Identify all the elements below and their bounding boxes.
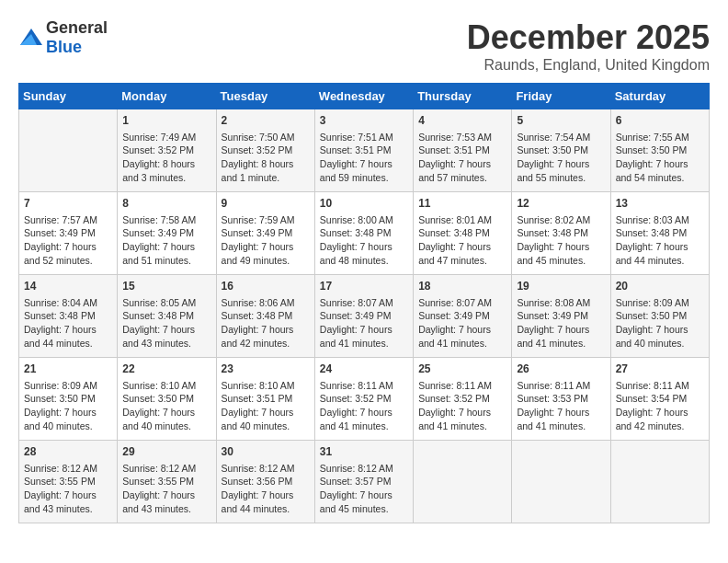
cell-info: Sunrise: 8:07 AM Sunset: 3:49 PM Dayligh… — [320, 296, 408, 350]
day-number: 15 — [122, 279, 210, 294]
calendar-cell: 30Sunrise: 8:12 AM Sunset: 3:56 PM Dayli… — [216, 441, 314, 523]
calendar-cell: 3Sunrise: 7:51 AM Sunset: 3:51 PM Daylig… — [314, 109, 413, 192]
cell-info: Sunrise: 8:11 AM Sunset: 3:53 PM Dayligh… — [517, 379, 605, 433]
calendar-cell: 18Sunrise: 8:07 AM Sunset: 3:49 PM Dayli… — [414, 275, 512, 358]
cell-info: Sunrise: 8:07 AM Sunset: 3:49 PM Dayligh… — [418, 296, 506, 350]
calendar-cell: 19Sunrise: 8:08 AM Sunset: 3:49 PM Dayli… — [512, 275, 610, 358]
calendar-cell: 10Sunrise: 8:00 AM Sunset: 3:48 PM Dayli… — [314, 192, 413, 275]
column-header-sunday: Sunday — [19, 84, 118, 109]
page-header: General Blue December 2025 Raunds, Engla… — [18, 18, 710, 74]
cell-info: Sunrise: 8:12 AM Sunset: 3:55 PM Dayligh… — [24, 462, 112, 516]
cell-info: Sunrise: 8:09 AM Sunset: 3:50 PM Dayligh… — [24, 379, 112, 433]
cell-info: Sunrise: 8:12 AM Sunset: 3:57 PM Dayligh… — [320, 462, 408, 516]
location-title: Raunds, England, United Kingdom — [467, 57, 710, 74]
day-number: 12 — [517, 196, 605, 212]
calendar-cell: 24Sunrise: 8:11 AM Sunset: 3:52 PM Dayli… — [314, 358, 413, 441]
calendar-cell: 25Sunrise: 8:11 AM Sunset: 3:52 PM Dayli… — [414, 358, 512, 441]
cell-info: Sunrise: 8:11 AM Sunset: 3:52 PM Dayligh… — [418, 379, 506, 433]
calendar-cell: 22Sunrise: 8:10 AM Sunset: 3:50 PM Dayli… — [118, 358, 216, 441]
calendar-cell: 5Sunrise: 7:54 AM Sunset: 3:50 PM Daylig… — [512, 109, 610, 192]
cell-info: Sunrise: 8:00 AM Sunset: 3:48 PM Dayligh… — [320, 213, 408, 268]
cell-info: Sunrise: 8:03 AM Sunset: 3:48 PM Dayligh… — [616, 213, 704, 268]
calendar-cell: 15Sunrise: 8:05 AM Sunset: 3:48 PM Dayli… — [118, 275, 216, 358]
cell-info: Sunrise: 8:06 AM Sunset: 3:48 PM Dayligh… — [222, 296, 310, 350]
day-number: 4 — [418, 113, 506, 129]
day-number: 16 — [222, 279, 310, 294]
cell-info: Sunrise: 7:58 AM Sunset: 3:49 PM Dayligh… — [122, 213, 210, 268]
calendar-cell: 27Sunrise: 8:11 AM Sunset: 3:54 PM Dayli… — [610, 358, 709, 441]
day-number: 23 — [222, 362, 310, 377]
calendar-week-3: 14Sunrise: 8:04 AM Sunset: 3:48 PM Dayli… — [19, 275, 710, 358]
day-number: 17 — [320, 279, 408, 294]
month-title: December 2025 — [467, 18, 710, 57]
calendar-cell: 9Sunrise: 7:59 AM Sunset: 3:49 PM Daylig… — [216, 192, 314, 275]
calendar-cell: 21Sunrise: 8:09 AM Sunset: 3:50 PM Dayli… — [19, 358, 118, 441]
cell-info: Sunrise: 7:59 AM Sunset: 3:49 PM Dayligh… — [222, 213, 310, 268]
day-number: 20 — [616, 279, 704, 294]
calendar-week-1: 1Sunrise: 7:49 AM Sunset: 3:52 PM Daylig… — [19, 109, 710, 192]
calendar-cell: 14Sunrise: 8:04 AM Sunset: 3:48 PM Dayli… — [19, 275, 118, 358]
day-number: 18 — [418, 279, 506, 294]
column-header-friday: Friday — [512, 84, 610, 109]
day-number: 8 — [122, 196, 210, 212]
logo-blue-text: Blue — [46, 38, 82, 56]
calendar-week-5: 28Sunrise: 8:12 AM Sunset: 3:55 PM Dayli… — [19, 441, 710, 523]
calendar-header-row: SundayMondayTuesdayWednesdayThursdayFrid… — [19, 84, 710, 109]
cell-info: Sunrise: 8:02 AM Sunset: 3:48 PM Dayligh… — [517, 213, 605, 268]
day-number: 26 — [517, 362, 605, 377]
cell-info: Sunrise: 8:11 AM Sunset: 3:52 PM Dayligh… — [320, 379, 408, 433]
cell-info: Sunrise: 8:12 AM Sunset: 3:55 PM Dayligh… — [122, 462, 210, 516]
day-number: 25 — [418, 362, 506, 377]
day-number: 2 — [222, 113, 310, 129]
calendar-cell: 26Sunrise: 8:11 AM Sunset: 3:53 PM Dayli… — [512, 358, 610, 441]
day-number: 14 — [24, 279, 112, 294]
calendar-cell: 23Sunrise: 8:10 AM Sunset: 3:51 PM Dayli… — [216, 358, 314, 441]
calendar-cell: 11Sunrise: 8:01 AM Sunset: 3:48 PM Dayli… — [414, 192, 512, 275]
column-header-tuesday: Tuesday — [216, 84, 314, 109]
column-header-thursday: Thursday — [414, 84, 512, 109]
calendar-cell — [19, 109, 118, 192]
column-header-monday: Monday — [118, 84, 216, 109]
day-number: 27 — [616, 362, 704, 377]
calendar-cell: 13Sunrise: 8:03 AM Sunset: 3:48 PM Dayli… — [610, 192, 709, 275]
day-number: 21 — [24, 362, 112, 377]
day-number: 22 — [122, 362, 210, 377]
day-number: 3 — [320, 113, 408, 129]
cell-info: Sunrise: 8:11 AM Sunset: 3:54 PM Dayligh… — [616, 379, 704, 433]
day-number: 5 — [517, 113, 605, 129]
day-number: 9 — [222, 196, 310, 212]
cell-info: Sunrise: 8:04 AM Sunset: 3:48 PM Dayligh… — [24, 296, 112, 350]
cell-info: Sunrise: 7:57 AM Sunset: 3:49 PM Dayligh… — [24, 213, 112, 268]
logo-general-text: General — [46, 18, 108, 37]
calendar-cell: 12Sunrise: 8:02 AM Sunset: 3:48 PM Dayli… — [512, 192, 610, 275]
cell-info: Sunrise: 7:49 AM Sunset: 3:52 PM Dayligh… — [122, 131, 210, 185]
calendar-week-2: 7Sunrise: 7:57 AM Sunset: 3:49 PM Daylig… — [19, 192, 710, 275]
day-number: 6 — [616, 113, 704, 129]
cell-info: Sunrise: 8:05 AM Sunset: 3:48 PM Dayligh… — [122, 296, 210, 350]
cell-info: Sunrise: 7:53 AM Sunset: 3:51 PM Dayligh… — [418, 131, 506, 185]
day-number: 30 — [222, 444, 310, 460]
cell-info: Sunrise: 7:51 AM Sunset: 3:51 PM Dayligh… — [320, 131, 408, 185]
day-number: 10 — [320, 196, 408, 212]
day-number: 7 — [24, 196, 112, 212]
day-number: 31 — [320, 444, 408, 460]
calendar-cell — [414, 441, 512, 523]
day-number: 29 — [122, 444, 210, 460]
calendar-cell: 2Sunrise: 7:50 AM Sunset: 3:52 PM Daylig… — [216, 109, 314, 192]
calendar-cell — [610, 441, 709, 523]
cell-info: Sunrise: 8:10 AM Sunset: 3:50 PM Dayligh… — [122, 379, 210, 433]
day-number: 11 — [418, 196, 506, 212]
cell-info: Sunrise: 8:10 AM Sunset: 3:51 PM Dayligh… — [222, 379, 310, 433]
day-number: 13 — [616, 196, 704, 212]
logo: General Blue — [18, 18, 108, 57]
calendar-cell: 16Sunrise: 8:06 AM Sunset: 3:48 PM Dayli… — [216, 275, 314, 358]
cell-info: Sunrise: 7:50 AM Sunset: 3:52 PM Dayligh… — [222, 131, 310, 185]
cell-info: Sunrise: 7:54 AM Sunset: 3:50 PM Dayligh… — [517, 131, 605, 185]
cell-info: Sunrise: 8:01 AM Sunset: 3:48 PM Dayligh… — [418, 213, 506, 268]
calendar-cell: 17Sunrise: 8:07 AM Sunset: 3:49 PM Dayli… — [314, 275, 413, 358]
calendar-cell: 28Sunrise: 8:12 AM Sunset: 3:55 PM Dayli… — [19, 441, 118, 523]
calendar-week-4: 21Sunrise: 8:09 AM Sunset: 3:50 PM Dayli… — [19, 358, 710, 441]
day-number: 28 — [24, 444, 112, 460]
calendar-cell: 8Sunrise: 7:58 AM Sunset: 3:49 PM Daylig… — [118, 192, 216, 275]
calendar-cell: 29Sunrise: 8:12 AM Sunset: 3:55 PM Dayli… — [118, 441, 216, 523]
